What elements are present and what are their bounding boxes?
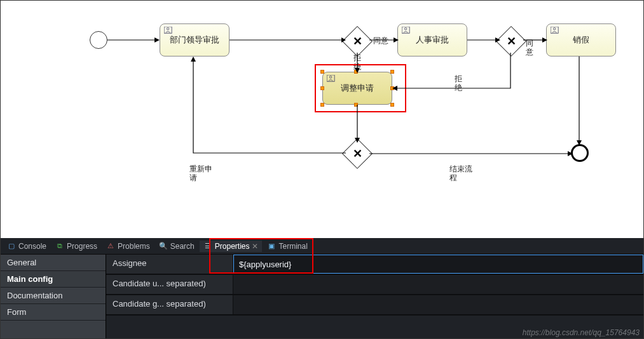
svg-marker-25: [191, 56, 196, 62]
selection-handle[interactable]: [390, 86, 394, 90]
properties-side-tabs: General Main config Documentation Form: [1, 255, 106, 338]
end-event[interactable]: [571, 144, 589, 162]
selection-handle[interactable]: [354, 103, 358, 107]
tab-problems[interactable]: ⚠Problems: [102, 241, 154, 252]
user-task-icon: [327, 75, 336, 83]
user-task-icon: [551, 27, 559, 34]
task-dept-approve[interactable]: 部门领导审批: [160, 23, 230, 56]
selection-handle[interactable]: [390, 70, 394, 74]
flow-arrow: [392, 53, 513, 92]
selection-handle[interactable]: [320, 70, 324, 74]
edge-label-agree2: 同意: [526, 39, 535, 57]
svg-point-3: [404, 28, 406, 30]
selection-handle[interactable]: [320, 103, 324, 107]
side-tab-main-config[interactable]: Main config: [1, 271, 106, 288]
assignee-highlight: [209, 238, 313, 274]
flow-arrow: [578, 56, 584, 145]
user-task-icon: [402, 27, 411, 34]
task-cancel-leave[interactable]: 销假: [546, 23, 616, 56]
prop-label-candidate-groups: Candidate g... separated): [106, 295, 233, 314]
svg-marker-9: [154, 37, 160, 43]
gateway-3[interactable]: [342, 138, 373, 169]
tab-progress[interactable]: ⧉Progress: [51, 241, 101, 252]
flow-arrow: [230, 39, 346, 45]
edge-label-reject2: 拒绝: [455, 74, 463, 93]
bottom-panel: ▢Console ⧉Progress ⚠Problems 🔍Search ☰Pr…: [1, 238, 643, 338]
task-adjust-apply[interactable]: 调整申请: [322, 72, 392, 105]
view-tab-strip: ▢Console ⧉Progress ⚠Problems 🔍Search ☰Pr…: [1, 238, 643, 255]
user-task-icon: [164, 27, 173, 34]
flow-arrow: [356, 105, 362, 143]
search-icon: 🔍: [159, 242, 168, 251]
problems-icon: ⚠: [106, 242, 115, 251]
flow-arrow: [467, 39, 500, 45]
gateway-1[interactable]: [342, 26, 373, 56]
gateway-2[interactable]: [496, 26, 526, 56]
console-icon: ▢: [7, 242, 16, 251]
start-event[interactable]: [90, 31, 107, 49]
svg-point-5: [553, 28, 555, 30]
task-label: 销假: [573, 34, 589, 46]
diagram-canvas[interactable]: 部门领导审批 同意 拒绝 人事审批 同意 拒绝 销假 调整申请 重新申请 结束流…: [1, 1, 643, 239]
task-label: 部门领导审批: [170, 34, 219, 46]
selection-handle[interactable]: [390, 103, 394, 107]
task-label: 调整申请: [341, 83, 374, 94]
edge-label-reapply: 重新申请: [189, 164, 217, 183]
svg-point-1: [167, 28, 168, 30]
selection-handle[interactable]: [354, 70, 358, 74]
task-hr-approve[interactable]: 人事审批: [397, 23, 467, 56]
prop-label-candidate-users: Candidate u... separated): [106, 275, 233, 294]
edge-label-agree1: 同意: [373, 36, 388, 45]
tab-search[interactable]: 🔍Search: [155, 241, 198, 252]
svg-point-7: [329, 76, 331, 78]
side-tab-form[interactable]: Form: [1, 304, 106, 321]
candidate-users-input[interactable]: [233, 275, 643, 294]
side-tab-documentation[interactable]: Documentation: [1, 288, 106, 304]
flow-arrow: [107, 39, 160, 45]
tab-console[interactable]: ▢Console: [3, 241, 50, 252]
candidate-groups-input[interactable]: [233, 295, 643, 314]
edge-label-endflow: 结束流程: [449, 164, 477, 183]
progress-icon: ⧉: [55, 242, 64, 251]
properties-grid: Assignee Candidate u... separated) Candi…: [106, 255, 643, 338]
side-tab-general[interactable]: General: [1, 255, 106, 271]
task-label: 人事审批: [416, 34, 449, 46]
edge-label-reject1: 拒绝: [353, 53, 362, 72]
flow-arrow: [369, 152, 573, 159]
selection-handle[interactable]: [320, 86, 324, 90]
